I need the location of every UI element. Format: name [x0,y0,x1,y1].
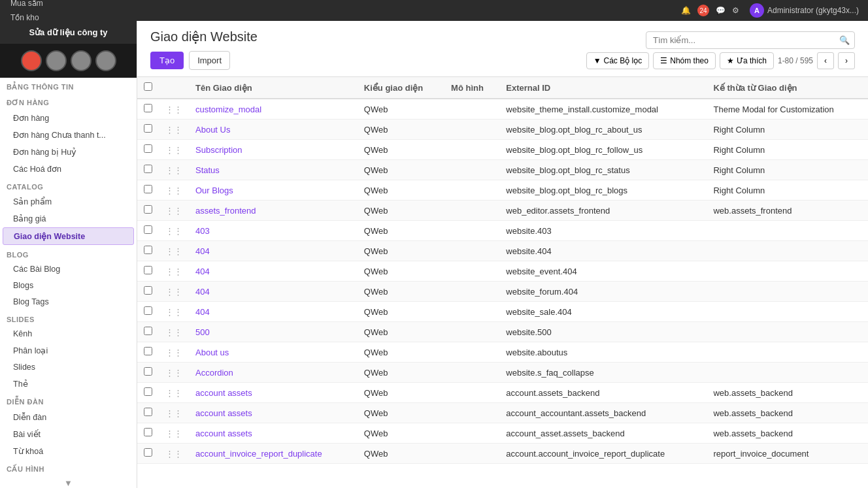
table-row[interactable]: ⋮⋮ account_invoice_report_duplicate QWeb… [137,444,868,464]
row-type: QWeb [358,241,444,261]
table-row[interactable]: ⋮⋮ 500 QWeb website.500 [137,322,868,342]
row-checkbox[interactable] [144,327,152,335]
table-row[interactable]: ⋮⋮ Status QWeb website_blog.opt_blog_rc_… [137,160,868,180]
table-row[interactable]: ⋮⋮ account assets QWeb account_asset.ass… [137,423,868,444]
row-checkbox[interactable] [144,144,152,153]
toolbar-right: ▼ Các Bộ lọc ☰ Nhóm theo ★ Ưa thích 1-80… [586,52,855,69]
drag-handle[interactable]: ⋮⋮ [159,342,189,363]
row-checkbox[interactable] [144,428,152,436]
notification-badge[interactable]: 24 [697,5,709,16]
search-icon[interactable]: 🔍 [839,35,850,45]
row-checkbox[interactable] [144,286,152,295]
table-row[interactable]: ⋮⋮ account assets QWeb account.assets_ba… [137,383,868,403]
drag-handle[interactable]: ⋮⋮ [159,322,189,342]
table-row[interactable]: ⋮⋮ 404 QWeb website_event.404 [137,261,868,282]
row-checkbox[interactable] [144,387,152,396]
table-row[interactable]: ⋮⋮ 403 QWeb website.403 [137,221,868,241]
drag-handle[interactable]: ⋮⋮ [159,282,189,302]
notification-icon[interactable]: 🔔 [681,6,691,15]
row-checkbox[interactable] [144,266,152,274]
filter-button[interactable]: ▼ Các Bộ lọc [586,52,650,69]
drag-handle[interactable]: ⋮⋮ [159,383,189,403]
group-button[interactable]: ☰ Nhóm theo [653,52,716,69]
sidebar-item-blogs[interactable]: Blogs [3,278,134,293]
drag-handle[interactable]: ⋮⋮ [159,241,189,261]
sidebar-item-cac-hoa-don[interactable]: Các Hoá đơn [3,161,134,177]
row-checkbox[interactable] [144,185,152,193]
table-row[interactable]: ⋮⋮ Our Blogs QWeb website_blog.opt_blog_… [137,180,868,201]
table-row[interactable]: ⋮⋮ assets_frontend QWeb web_editor.asset… [137,201,868,221]
drag-handle[interactable]: ⋮⋮ [159,201,189,221]
drag-handle[interactable]: ⋮⋮ [159,180,189,201]
create-button[interactable]: Tạo [150,52,184,69]
row-checkbox[interactable] [144,306,152,315]
sidebar-item-dien-dan[interactable]: Diễn đàn [3,409,134,425]
table-row[interactable]: ⋮⋮ Accordion QWeb website.s_faq_collapse [137,363,868,383]
row-checkbox[interactable] [144,165,152,173]
sidebar: Sửa dữ liệu công ty Bảng thông tinĐơn hà… [0,21,137,488]
drag-handle[interactable]: ⋮⋮ [159,423,189,444]
row-checkbox[interactable] [144,347,152,355]
sidebar-item-kenh[interactable]: Kênh [3,326,134,342]
row-checkbox[interactable] [144,448,152,457]
pagination-next[interactable]: › [838,52,855,69]
drag-handle[interactable]: ⋮⋮ [159,120,189,140]
settings-icon[interactable]: ⚙ [732,6,739,15]
row-checkbox[interactable] [144,246,152,254]
row-type: QWeb [358,180,444,201]
row-checkbox[interactable] [144,408,152,416]
sidebar-item-san-pham[interactable]: Sản phẩm [3,193,134,210]
row-checkbox[interactable] [144,104,152,112]
sidebar-section-diễn-đàn: Diễn đàn [0,393,137,408]
row-checkbox[interactable] [144,124,152,133]
row-checkbox[interactable] [144,205,152,214]
sidebar-item-don-hang-huy[interactable]: Đơn hàng bị Huỷ [3,144,134,160]
user-menu[interactable]: A Administrator (gkytg43x...) [746,2,863,19]
pagination-prev[interactable]: ‹ [817,52,834,69]
row-checkbox[interactable] [144,225,152,234]
sidebar-scroll-down[interactable]: ▼ [0,476,137,488]
table-row[interactable]: ⋮⋮ 404 QWeb website.404 [137,241,868,261]
table-row[interactable]: ⋮⋮ Subscription QWeb website_blog.opt_bl… [137,140,868,160]
sidebar-item-giao-dien-website[interactable]: Giao diện Website [3,227,134,245]
table-row[interactable]: ⋮⋮ About Us QWeb website_blog.opt_blog_r… [137,120,868,140]
row-check [137,403,159,423]
drag-handle[interactable]: ⋮⋮ [159,160,189,180]
sidebar-item-the[interactable]: Thẻ [3,376,134,392]
drag-handle[interactable]: ⋮⋮ [159,403,189,423]
drag-handle[interactable]: ⋮⋮ [159,444,189,464]
chat-icon[interactable]: 💬 [716,6,726,15]
row-model [444,282,499,302]
table-row[interactable]: ⋮⋮ account assets QWeb account_accountan… [137,403,868,423]
sidebar-item-slides[interactable]: Slides [3,359,134,375]
drag-handle[interactable]: ⋮⋮ [159,302,189,322]
table-row[interactable]: ⋮⋮ 404 QWeb website_forum.404 [137,282,868,302]
sidebar-item-don-hang-chua[interactable]: Đơn hàng Chưa thanh t... [3,127,134,143]
row-check [137,241,159,261]
row-inherit [707,241,868,261]
row-model [444,383,499,403]
favorite-button[interactable]: ★ Ưa thích [720,52,774,69]
table-row[interactable]: ⋮⋮ 404 QWeb website_sale.404 [137,302,868,322]
drag-handle[interactable]: ⋮⋮ [159,140,189,160]
select-all-checkbox[interactable] [144,82,152,91]
sidebar-item-tu-khoa[interactable]: Từ khoá [3,443,134,459]
nav-item-mua-sam[interactable]: Mua sắm [5,0,58,10]
sidebar-item-blog-tags[interactable]: Blog Tags [3,294,134,310]
drag-handle[interactable]: ⋮⋮ [159,261,189,282]
table-row[interactable]: ⋮⋮ customize_modal QWeb website_theme_in… [137,99,868,120]
import-button[interactable]: Import [189,51,230,70]
views-table: Tên Giao diện Kiểu giao diện Mô hình Ext… [137,77,868,464]
sidebar-item-bai-viet[interactable]: Bài viết [3,426,134,442]
row-checkbox[interactable] [144,367,152,376]
drag-handle[interactable]: ⋮⋮ [159,363,189,383]
sidebar-item-don-hang[interactable]: Đơn hàng [3,110,134,126]
drag-handle[interactable]: ⋮⋮ [159,99,189,120]
row-model [444,403,499,423]
search-input[interactable] [646,31,855,49]
table-row[interactable]: ⋮⋮ About us QWeb website.aboutus [137,342,868,363]
drag-handle[interactable]: ⋮⋮ [159,221,189,241]
sidebar-item-phan-loai[interactable]: Phân loại [3,342,134,359]
sidebar-item-cac-bai-blog[interactable]: Các Bài Blog [3,261,134,277]
sidebar-item-bang-gia[interactable]: Bảng giá [3,210,134,227]
